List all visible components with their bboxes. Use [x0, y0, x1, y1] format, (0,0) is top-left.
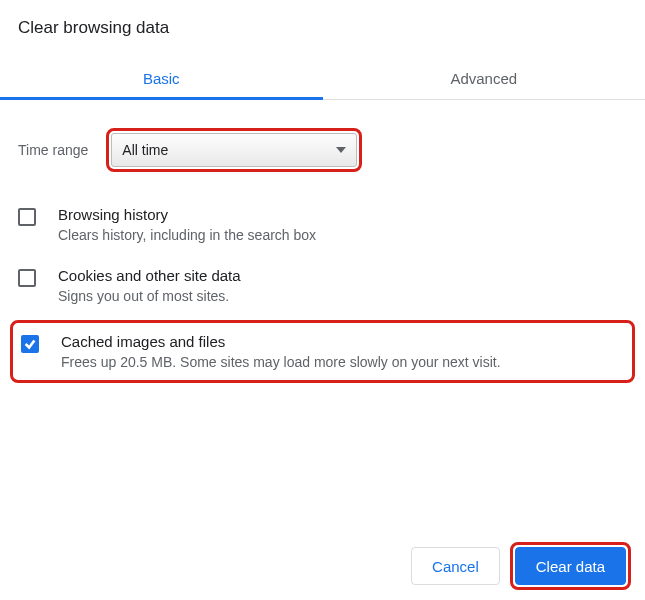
- cancel-button[interactable]: Cancel: [411, 547, 500, 585]
- time-range-highlight: All time: [106, 128, 362, 172]
- option-title: Cookies and other site data: [58, 267, 241, 284]
- checkbox-cached[interactable]: [21, 335, 39, 353]
- tab-basic[interactable]: Basic: [0, 56, 323, 99]
- option-cached-highlight: Cached images and files Frees up 20.5 MB…: [10, 320, 635, 383]
- clear-data-button[interactable]: Clear data: [515, 547, 626, 585]
- time-range-select[interactable]: All time: [111, 133, 357, 167]
- checkbox-cookies[interactable]: [18, 269, 36, 287]
- option-desc: Signs you out of most sites.: [58, 288, 241, 304]
- time-range-label: Time range: [18, 142, 88, 158]
- option-desc: Frees up 20.5 MB. Some sites may load mo…: [61, 354, 501, 370]
- checkbox-browsing-history[interactable]: [18, 208, 36, 226]
- option-cookies: Cookies and other site data Signs you ou…: [18, 255, 627, 316]
- option-title: Cached images and files: [61, 333, 501, 350]
- clear-data-highlight: Clear data: [510, 542, 631, 590]
- chevron-down-icon: [336, 147, 346, 153]
- option-browsing-history: Browsing history Clears history, includi…: [18, 194, 627, 255]
- tabs: Basic Advanced: [0, 56, 645, 100]
- tab-advanced[interactable]: Advanced: [323, 56, 646, 99]
- dialog-title: Clear browsing data: [18, 18, 627, 38]
- time-range-value: All time: [122, 142, 168, 158]
- options-list: Browsing history Clears history, includi…: [18, 194, 627, 383]
- option-desc: Clears history, including in the search …: [58, 227, 316, 243]
- dialog-footer: Cancel Clear data: [411, 542, 631, 590]
- option-title: Browsing history: [58, 206, 316, 223]
